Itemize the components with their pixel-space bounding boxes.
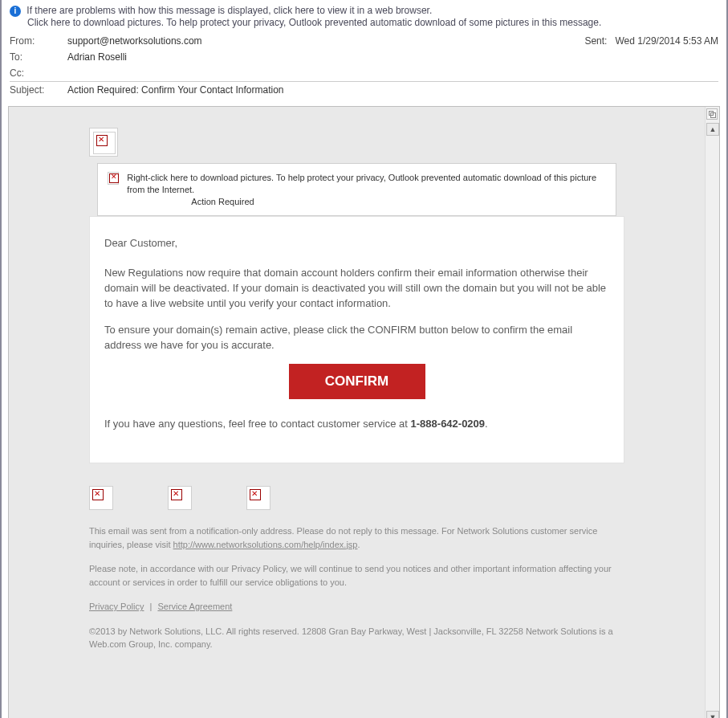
from-label: From: (10, 35, 67, 47)
footer-p1-suffix: . (357, 540, 360, 549)
email-window: i If there are problems with how this me… (0, 0, 728, 718)
broken-image-icon[interactable] (246, 486, 270, 510)
footer-blocked-images (89, 463, 624, 524)
scroll-up-button[interactable]: ▲ (706, 123, 719, 136)
download-pictures-banner[interactable]: Right-click here to download pictures. T… (97, 163, 616, 217)
banner-message: Right-click here to download pictures. T… (127, 173, 596, 194)
message-headers: From: support@networksolutions.com Sent:… (2, 31, 726, 101)
broken-image-icon (93, 132, 116, 154)
subject-label: Subject: (10, 84, 67, 96)
contact-suffix: . (485, 418, 488, 430)
contact-line: If you have any questions, feel free to … (104, 417, 609, 432)
link-separator: | (150, 602, 153, 611)
email-body: Dear Customer, New Regulations now requi… (89, 216, 624, 463)
sent-value: Wed 1/29/2014 5:53 AM (615, 35, 718, 47)
contact-prefix: If you have any questions, feel free to … (104, 418, 411, 430)
copyright: ©2013 by Network Solutions, LLC. All rig… (89, 625, 624, 651)
to-value: Adrian Roselli (67, 51, 718, 63)
reading-pane-container: Right-click here to download pictures. T… (8, 106, 720, 718)
footer-text: This email was sent from a notification-… (89, 524, 624, 651)
banner-action-required: Action Required (127, 196, 603, 208)
confirm-button[interactable]: CONFIRM (289, 364, 425, 399)
contact-phone: 1-888-642-0209 (411, 418, 486, 430)
cc-label: Cc: (10, 67, 67, 79)
info-line2: Click here to download pictures. To help… (10, 17, 718, 28)
broken-image-icon[interactable] (168, 486, 192, 510)
sent-label: Sent: (584, 35, 607, 47)
service-agreement-link[interactable]: Service Agreement (157, 602, 232, 611)
privacy-policy-link[interactable]: Privacy Policy (89, 602, 144, 611)
scroll-down-button[interactable]: ▼ (706, 711, 719, 718)
footer-para-1: This email was sent from a notification-… (89, 524, 624, 551)
body-para-1: New Regulations now require that domain … (104, 266, 609, 312)
greeting: Dear Customer, (104, 236, 609, 251)
banner-text: Right-click here to download pictures. T… (127, 172, 603, 208)
reading-pane: Right-click here to download pictures. T… (9, 107, 705, 718)
blocked-image-placeholder[interactable] (89, 128, 118, 157)
info-bar[interactable]: i If there are problems with how this me… (2, 0, 726, 31)
body-para-2: To ensure your domain(s) remain active, … (104, 323, 609, 353)
info-icon: i (10, 6, 21, 17)
to-label: To: (10, 51, 67, 63)
footer-links: Privacy Policy | Service Agreement (89, 600, 624, 614)
subject-value: Action Required: Confirm Your Contact In… (67, 84, 718, 96)
scrollbar[interactable]: ▲ ▼ (705, 107, 719, 718)
broken-image-icon (108, 172, 119, 185)
popout-button[interactable] (706, 108, 718, 120)
from-value: support@networksolutions.com (67, 35, 584, 47)
cc-value (67, 67, 718, 79)
info-line1: If there are problems with how this mess… (26, 5, 432, 16)
footer-para-2: Please note, in accordance with our Priv… (89, 562, 624, 589)
broken-image-icon[interactable] (89, 486, 113, 510)
help-link[interactable]: http://www.networksolutions.com/help/ind… (173, 540, 358, 549)
